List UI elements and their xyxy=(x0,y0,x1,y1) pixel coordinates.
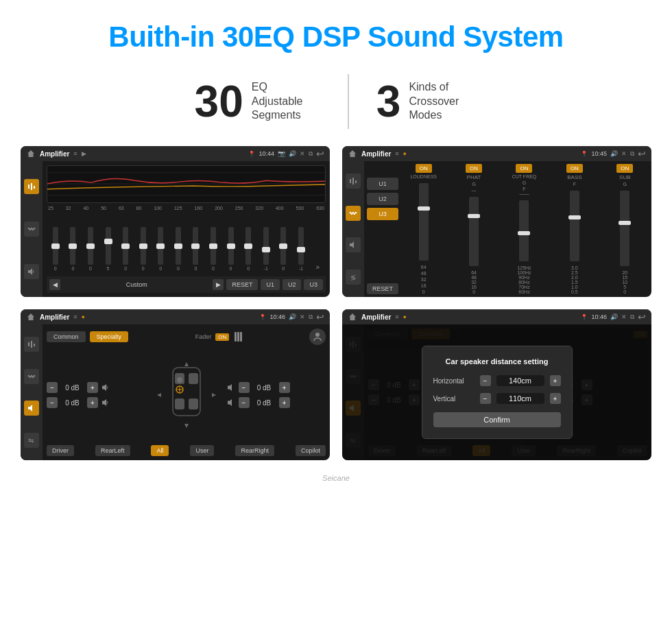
horiz-minus-btn[interactable]: − xyxy=(480,375,491,386)
confirm-button[interactable]: Confirm xyxy=(433,412,561,427)
eq-track-13[interactable] xyxy=(280,227,286,265)
eq-expand-btn[interactable]: » xyxy=(315,263,320,271)
volume-icon-1[interactable]: 🔊 xyxy=(289,150,296,157)
vol-icon-3[interactable]: 🔊 xyxy=(289,313,296,320)
svg-marker-37 xyxy=(157,393,161,397)
prev-btn[interactable]: ◀ xyxy=(49,279,60,290)
eq-track-11[interactable] xyxy=(245,227,251,265)
eq-side-btn[interactable] xyxy=(24,179,39,194)
eq-side-btn-3[interactable] xyxy=(24,337,39,352)
time-3: 10:46 xyxy=(269,313,285,320)
home-icon-2[interactable] xyxy=(348,149,357,158)
eq-track-7[interactable] xyxy=(176,227,181,265)
vol-side-btn[interactable] xyxy=(24,264,39,279)
eq-track-8[interactable] xyxy=(193,227,198,265)
close-icon-3[interactable]: ✕ xyxy=(300,313,305,320)
side-controls-3: ⇋ xyxy=(21,324,43,460)
loudness-slider[interactable] xyxy=(419,183,429,261)
fader-sliders[interactable] xyxy=(235,332,242,342)
phat-slider[interactable] xyxy=(469,197,479,266)
user-btn[interactable]: User xyxy=(190,445,214,456)
specialty-btn-3[interactable]: Specialty xyxy=(90,331,129,342)
play-icon-1[interactable]: ▶ xyxy=(82,150,86,157)
vert-plus-btn[interactable]: + xyxy=(550,393,561,404)
preset-u3[interactable]: U3 xyxy=(367,208,398,220)
vol-icon-4[interactable]: 🔊 xyxy=(610,313,618,320)
u3-btn[interactable]: U3 xyxy=(304,279,323,290)
plus-btn-3[interactable]: + xyxy=(279,382,290,393)
reset-btn-2[interactable]: RESET xyxy=(367,283,398,294)
menu-icon-3[interactable]: ≡ xyxy=(73,313,77,320)
sub-slider[interactable] xyxy=(620,191,629,266)
dup-icon-2[interactable]: ⧉ xyxy=(630,150,634,158)
horiz-plus-btn[interactable]: + xyxy=(550,375,561,386)
driver-btn[interactable]: Driver xyxy=(47,445,74,456)
rearright-btn[interactable]: RearRight xyxy=(235,445,274,456)
sub-on[interactable]: ON xyxy=(616,164,633,173)
wave-side-btn[interactable] xyxy=(24,222,39,237)
bt-side-btn-2[interactable]: ≶ xyxy=(346,270,361,285)
home-icon-3[interactable] xyxy=(26,312,36,322)
eq-track-4[interactable] xyxy=(123,227,128,265)
close-icon-4[interactable]: ✕ xyxy=(621,313,627,320)
common-btn-3[interactable]: Common xyxy=(47,331,86,342)
cutfreq-on[interactable]: ON xyxy=(516,164,532,173)
eq-track-10[interactable] xyxy=(228,227,234,265)
eq-track-0[interactable] xyxy=(53,227,58,265)
bt-side-btn-3[interactable]: ⇋ xyxy=(24,433,39,448)
cutfreq-slider[interactable] xyxy=(519,200,529,261)
wave-side-btn-2[interactable] xyxy=(346,206,361,221)
eq-side-btn-2[interactable] xyxy=(346,174,361,189)
close-icon-1[interactable]: ✕ xyxy=(300,150,305,157)
back-icon-4[interactable]: ↩ xyxy=(638,311,646,322)
preset-u1[interactable]: U1 xyxy=(367,178,398,190)
close-icon-2[interactable]: ✕ xyxy=(621,150,627,157)
loudness-on[interactable]: ON xyxy=(416,164,432,173)
eq-track-6[interactable] xyxy=(158,227,163,265)
back-icon-1[interactable]: ↩ xyxy=(316,148,324,159)
eq-track-1[interactable] xyxy=(70,227,75,265)
eq-track-3[interactable] xyxy=(106,227,111,265)
camera-icon-1[interactable]: 📷 xyxy=(278,150,285,157)
vert-minus-btn[interactable]: − xyxy=(480,393,491,404)
u1-btn[interactable]: U1 xyxy=(261,279,280,290)
back-icon-2[interactable]: ↩ xyxy=(638,148,646,159)
preset-u2[interactable]: U2 xyxy=(367,193,398,205)
back-icon-3[interactable]: ↩ xyxy=(316,311,324,322)
dup-icon-4[interactable]: ⧉ xyxy=(630,313,634,321)
phat-on[interactable]: ON xyxy=(466,164,482,173)
eq-track-2[interactable] xyxy=(88,227,93,265)
all-btn[interactable]: All xyxy=(151,445,169,456)
dup-icon-3[interactable]: ⧉ xyxy=(309,313,313,321)
bass-on[interactable]: ON xyxy=(566,164,583,173)
reset-btn-1[interactable]: RESET xyxy=(226,279,258,290)
plus-btn-4[interactable]: + xyxy=(279,397,290,408)
dup-icon-1[interactable]: ⧉ xyxy=(309,150,313,158)
home-icon[interactable] xyxy=(26,149,36,158)
minus-btn-2[interactable]: − xyxy=(47,397,58,408)
vol-side-btn-2[interactable] xyxy=(346,237,361,252)
vol-icon-2[interactable]: 🔊 xyxy=(610,150,618,157)
eq-track-14[interactable] xyxy=(298,227,304,265)
status-bar-right-4: 📍 10:46 🔊 ✕ ⧉ ↩ xyxy=(581,311,646,322)
eq-track-12[interactable] xyxy=(263,227,269,265)
minus-btn-4[interactable]: − xyxy=(239,397,250,408)
minus-btn-1[interactable]: − xyxy=(47,382,58,393)
bass-slider[interactable] xyxy=(570,191,579,261)
rearleft-btn[interactable]: RearLeft xyxy=(95,445,130,456)
menu-icon-1[interactable]: ≡ xyxy=(73,150,77,157)
plus-btn-1[interactable]: + xyxy=(87,382,98,393)
vol-side-btn-3[interactable] xyxy=(24,401,39,416)
plus-btn-2[interactable]: + xyxy=(87,397,98,408)
eq-track-5[interactable] xyxy=(141,227,146,265)
copilot-btn[interactable]: Copilot xyxy=(296,445,326,456)
next-btn[interactable]: ▶ xyxy=(213,279,224,290)
menu-icon-4[interactable]: ≡ xyxy=(395,313,398,320)
home-icon-4[interactable] xyxy=(348,312,357,322)
menu-icon-2[interactable]: ≡ xyxy=(395,150,398,157)
u2-btn[interactable]: U2 xyxy=(283,279,302,290)
minus-btn-3[interactable]: − xyxy=(239,382,250,393)
fader-on-3[interactable]: ON xyxy=(215,333,229,341)
wave-side-btn-3[interactable] xyxy=(24,369,39,384)
eq-track-9[interactable] xyxy=(211,227,216,265)
